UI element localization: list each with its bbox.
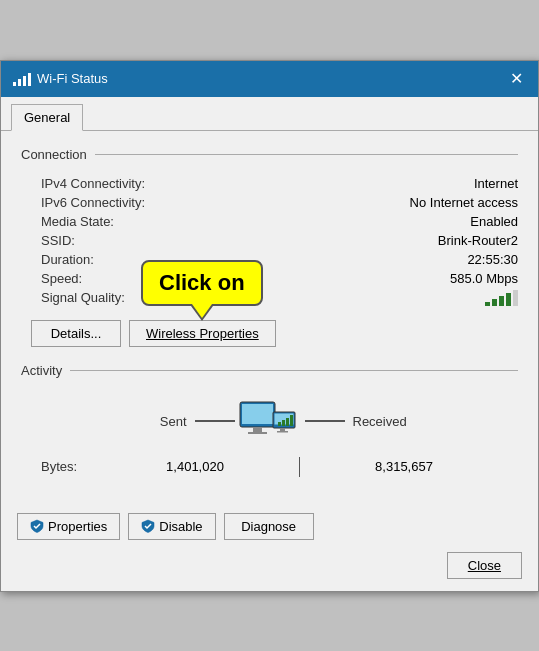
title-bar: Wi-Fi Status ✕	[1, 61, 538, 97]
media-state-row: Media State: Enabled	[31, 212, 518, 231]
close-dialog-button[interactable]: Close	[447, 552, 522, 579]
content-area: Connection TenForums.com IPv4 Connectivi…	[1, 131, 538, 501]
sent-label: Sent	[21, 414, 195, 429]
action-buttons-row: Click on Details... Wireless Properties	[21, 320, 518, 347]
window-title: Wi-Fi Status	[37, 71, 108, 86]
received-line	[305, 420, 345, 422]
connection-section-title: Connection	[21, 147, 518, 162]
network-computers-icon	[235, 394, 305, 449]
shield-icon-properties	[30, 519, 44, 533]
svg-rect-8	[278, 422, 281, 426]
ssid-value: Brink-Router2	[438, 233, 518, 248]
sent-line	[195, 420, 235, 422]
svg-rect-10	[286, 418, 289, 426]
disable-button[interactable]: Disable	[128, 513, 215, 540]
title-bar-left: Wi-Fi Status	[13, 71, 108, 86]
activity-section: Activity Sent	[21, 363, 518, 485]
ipv6-value: No Internet access	[410, 195, 518, 210]
properties-button[interactable]: Properties	[17, 513, 120, 540]
svg-rect-3	[248, 432, 267, 434]
speed-value: 585.0 Mbps	[450, 271, 518, 286]
bytes-divider	[299, 457, 300, 477]
duration-value: 22:55:30	[467, 252, 518, 267]
tab-bar: General	[1, 97, 538, 131]
svg-rect-6	[280, 428, 285, 431]
ipv6-row: IPv6 Connectivity: No Internet access	[31, 193, 518, 212]
bottom-buttons-row: Properties Disable Diagnose	[1, 501, 538, 548]
svg-rect-7	[277, 431, 288, 433]
wireless-properties-button[interactable]: Wireless Properties	[129, 320, 276, 347]
connection-info: IPv4 Connectivity: Internet IPv6 Connect…	[31, 174, 518, 308]
ipv4-row: IPv4 Connectivity: Internet	[31, 174, 518, 193]
activity-section-title: Activity	[21, 363, 518, 378]
wifi-status-window: Wi-Fi Status ✕ General Connection TenFor…	[0, 60, 539, 592]
shield-icon-disable	[141, 519, 155, 533]
bytes-label: Bytes:	[41, 459, 101, 474]
media-state-label: Media State:	[31, 214, 114, 229]
bytes-received-value: 8,315,657	[310, 459, 498, 474]
svg-rect-11	[290, 415, 293, 426]
tab-general[interactable]: General	[11, 104, 83, 131]
ipv4-label: IPv4 Connectivity:	[31, 176, 145, 191]
activity-top-row: Sent	[21, 394, 518, 449]
received-label: Received	[345, 414, 519, 429]
signal-quality-bars	[485, 290, 518, 306]
ipv6-label: IPv6 Connectivity:	[31, 195, 145, 210]
details-button[interactable]: Details...	[31, 320, 121, 347]
connection-section: Connection TenForums.com IPv4 Connectivi…	[21, 147, 518, 308]
svg-rect-9	[282, 420, 285, 426]
ipv4-value: Internet	[474, 176, 518, 191]
duration-row: Duration: 22:55:30	[31, 250, 518, 269]
signal-quality-label: Signal Quality:	[31, 290, 125, 305]
diagnose-button[interactable]: Diagnose	[224, 513, 314, 540]
signal-quality-row: Signal Quality:	[31, 288, 518, 308]
bytes-sent-value: 1,401,020	[101, 459, 289, 474]
network-icon	[235, 394, 305, 449]
window-close-button[interactable]: ✕	[506, 69, 526, 89]
close-area: Close	[1, 548, 538, 591]
click-on-tooltip: Click on	[141, 260, 263, 306]
media-state-value: Enabled	[470, 214, 518, 229]
wifi-icon	[13, 72, 31, 86]
activity-content: Sent	[21, 386, 518, 485]
speed-label: Speed:	[31, 271, 82, 286]
speed-row: Speed: 585.0 Mbps	[31, 269, 518, 288]
ssid-label: SSID:	[31, 233, 75, 248]
bytes-row: Bytes: 1,401,020 8,315,657	[21, 457, 518, 477]
duration-label: Duration:	[31, 252, 94, 267]
svg-rect-2	[253, 427, 262, 432]
svg-rect-1	[242, 404, 273, 424]
ssid-row: SSID: Brink-Router2	[31, 231, 518, 250]
